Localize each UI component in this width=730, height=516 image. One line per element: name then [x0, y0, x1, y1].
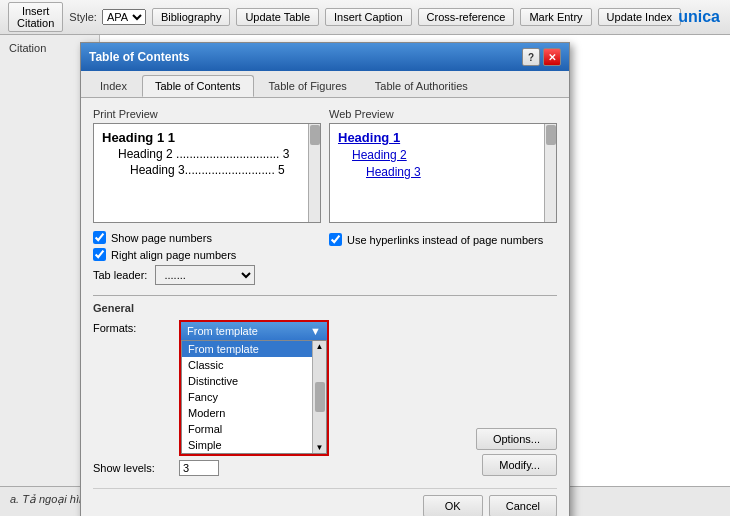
tab-leader-row: Tab leader: ....... — [93, 265, 321, 285]
use-hyperlinks-checkbox[interactable] — [329, 233, 342, 246]
bibliography-button[interactable]: Bibliography — [152, 8, 231, 26]
use-hyperlinks-row: Use hyperlinks instead of page numbers — [329, 233, 543, 246]
formats-option-formal[interactable]: Formal — [182, 421, 326, 437]
web-preview-scrollbar[interactable] — [544, 124, 556, 222]
ribbon: Insert Citation Style: APA Bibliography … — [0, 0, 730, 35]
cancel-button[interactable]: Cancel — [489, 495, 557, 516]
tab-toc[interactable]: Table of Contents — [142, 75, 254, 97]
cross-reference-button[interactable]: Cross-reference — [418, 8, 515, 26]
style-label: Style: APA — [69, 9, 146, 25]
dialog-tabs: Index Table of Contents Table of Figures… — [81, 71, 569, 98]
formats-dropdown-arrow: ▼ — [310, 325, 321, 337]
print-heading1: Heading 1 1 — [102, 130, 312, 145]
print-preview-pane: Print Preview Heading 1 1 Heading 2 ....… — [93, 108, 321, 223]
formats-area: Formats: From template ▼ From template C… — [93, 320, 353, 480]
options-row: Show page numbers Right align page numbe… — [93, 231, 557, 293]
unica-logo: unica — [678, 8, 720, 26]
titlebar-buttons: ? ✕ — [522, 48, 561, 66]
mark-entry-button[interactable]: Mark Entry — [520, 8, 591, 26]
formats-option-simple[interactable]: Simple — [182, 437, 326, 453]
modify-button[interactable]: Modify... — [482, 454, 557, 476]
web-preview-pane: Web Preview Heading 1 Heading 2 Heading … — [329, 108, 557, 223]
right-align-label: Right align page numbers — [111, 249, 236, 261]
use-hyperlinks-label: Use hyperlinks instead of page numbers — [347, 234, 543, 246]
general-section: General Formats: From template ▼ — [93, 295, 557, 480]
dialog-body: Print Preview Heading 1 1 Heading 2 ....… — [81, 98, 569, 516]
formats-selected-value: From template — [187, 325, 258, 337]
right-align-checkbox[interactable] — [93, 248, 106, 261]
web-heading3: Heading 3 — [366, 165, 548, 179]
formats-row: Formats: From template ▼ From template C… — [93, 320, 353, 456]
dialog-close-button[interactable]: ✕ — [543, 48, 561, 66]
formats-option-template[interactable]: From template — [182, 341, 326, 357]
right-options: Use hyperlinks instead of page numbers — [329, 231, 557, 293]
tab-leader-label: Tab leader: — [93, 269, 147, 281]
show-levels-input[interactable] — [179, 460, 219, 476]
print-preview-label: Print Preview — [93, 108, 321, 120]
style-select[interactable]: APA — [102, 9, 146, 25]
preview-row: Print Preview Heading 1 1 Heading 2 ....… — [93, 108, 557, 223]
formats-option-distinctive[interactable]: Distinctive — [182, 373, 326, 389]
web-preview-box: Heading 1 Heading 2 Heading 3 — [329, 123, 557, 223]
general-label: General — [93, 302, 557, 314]
formats-option-classic[interactable]: Classic — [182, 357, 326, 373]
options-button[interactable]: Options... — [476, 428, 557, 450]
formats-header[interactable]: From template ▼ — [181, 322, 327, 340]
formats-select-box: From template ▼ From template Classic Di… — [179, 320, 329, 456]
show-page-numbers-row: Show page numbers — [93, 231, 321, 244]
print-heading3: Heading 3........................... 5 — [130, 163, 312, 177]
options-modify-area: Options... Modify... — [361, 320, 557, 480]
tab-leader-select[interactable]: ....... — [155, 265, 255, 285]
formats-option-fancy[interactable]: Fancy — [182, 389, 326, 405]
dropdown-scroll-thumb — [315, 382, 325, 412]
general-content: Formats: From template ▼ From template C… — [93, 320, 557, 480]
scroll-down-arrow[interactable]: ▼ — [316, 443, 324, 452]
web-heading2: Heading 2 — [352, 148, 548, 162]
dialog-help-button[interactable]: ? — [522, 48, 540, 66]
formats-label: Formats: — [93, 320, 173, 334]
scroll-up-arrow[interactable]: ▲ — [316, 342, 324, 351]
dialog-title: Table of Contents — [89, 50, 189, 64]
left-options: Show page numbers Right align page numbe… — [93, 231, 321, 293]
formats-dropdown-list: From template Classic Distinctive Fancy … — [181, 340, 327, 454]
show-levels-row: Show levels: — [93, 460, 353, 476]
ok-button[interactable]: OK — [423, 495, 483, 516]
dialog-titlebar: Table of Contents ? ✕ — [81, 43, 569, 71]
web-heading1: Heading 1 — [338, 130, 548, 145]
update-table-button[interactable]: Update Table — [236, 8, 319, 26]
dialog-bottom-buttons: OK Cancel — [93, 488, 557, 516]
update-index-button[interactable]: Update Index — [598, 8, 681, 26]
insert-caption-button[interactable]: Insert Caption — [325, 8, 411, 26]
tab-authorities[interactable]: Table of Authorities — [362, 75, 481, 97]
right-align-row: Right align page numbers — [93, 248, 321, 261]
insert-citation-button[interactable]: Insert Citation — [8, 2, 63, 32]
print-scroll-thumb — [310, 125, 320, 145]
print-preview-scrollbar[interactable] — [308, 124, 320, 222]
print-heading2: Heading 2 ..............................… — [118, 147, 312, 161]
print-preview-box: Heading 1 1 Heading 2 ..................… — [93, 123, 321, 223]
toc-dialog: Table of Contents ? ✕ Index Table of Con… — [80, 42, 570, 516]
tab-index[interactable]: Index — [87, 75, 140, 97]
web-scroll-thumb — [546, 125, 556, 145]
show-page-numbers-checkbox[interactable] — [93, 231, 106, 244]
web-preview-label: Web Preview — [329, 108, 557, 120]
tab-figures[interactable]: Table of Figures — [256, 75, 360, 97]
dropdown-scrollbar: ▲ ▼ — [312, 341, 326, 453]
show-page-numbers-label: Show page numbers — [111, 232, 212, 244]
show-levels-label: Show levels: — [93, 462, 173, 474]
formats-option-modern[interactable]: Modern — [182, 405, 326, 421]
